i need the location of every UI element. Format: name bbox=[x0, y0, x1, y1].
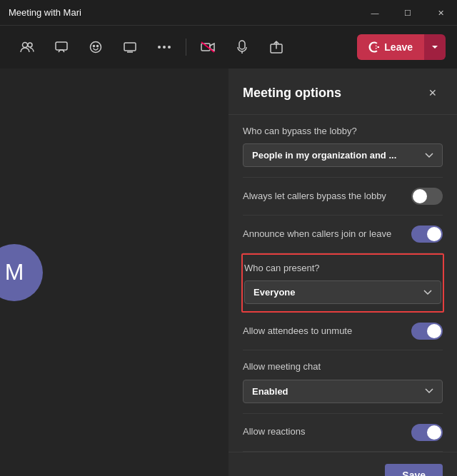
maximize-button[interactable]: ☐ bbox=[391, 0, 424, 26]
announce-callers-toggle[interactable] bbox=[411, 226, 443, 243]
panel-title: Meeting options bbox=[243, 86, 341, 101]
options-panel: Meeting options ✕ Who can bypass the lob… bbox=[228, 69, 457, 476]
chat-button[interactable] bbox=[46, 31, 77, 63]
callers-bypass-toggle-row: Always let callers bypass the lobby bbox=[243, 178, 443, 216]
allow-reactions-toggle[interactable] bbox=[411, 424, 443, 441]
reactions-button[interactable] bbox=[80, 31, 111, 63]
allow-unmute-toggle[interactable] bbox=[411, 323, 443, 340]
allow-reactions-label: Allow reactions bbox=[243, 425, 411, 438]
meeting-chat-section: Allow meeting chat Enabled bbox=[243, 350, 443, 413]
toggle-knob-announce bbox=[427, 227, 441, 241]
allow-unmute-toggle-row: Allow attendees to unmute bbox=[243, 313, 443, 350]
toggle-knob-unmute bbox=[427, 324, 441, 338]
share-screen-button[interactable] bbox=[114, 31, 146, 63]
title-bar: Meeting with Mari — ☐ ✕ bbox=[0, 0, 457, 26]
minimize-button[interactable]: — bbox=[358, 0, 391, 26]
close-panel-button[interactable]: ✕ bbox=[423, 83, 443, 103]
svg-point-10 bbox=[168, 46, 171, 49]
svg-point-8 bbox=[158, 46, 161, 49]
save-row: Save bbox=[228, 452, 457, 476]
meeting-chat-dropdown[interactable]: Enabled bbox=[243, 380, 443, 403]
save-button[interactable]: Save bbox=[385, 464, 443, 476]
leave-button[interactable]: Leave bbox=[357, 34, 424, 60]
svg-point-1 bbox=[28, 43, 32, 47]
announce-callers-toggle-row: Announce when callers join or leave bbox=[243, 216, 443, 253]
toolbar: Leave bbox=[0, 26, 457, 69]
avatar: M bbox=[0, 244, 43, 301]
allow-reactions-toggle-row: Allow reactions bbox=[243, 414, 443, 452]
main-area: M Meeting options ✕ Who can bypass the l… bbox=[0, 69, 457, 476]
lobby-dropdown[interactable]: People in my organization and ... bbox=[243, 143, 443, 167]
svg-point-4 bbox=[94, 46, 95, 47]
svg-point-9 bbox=[163, 46, 166, 49]
panel-content: Who can bypass the lobby? People in my o… bbox=[228, 115, 457, 452]
participants-button[interactable] bbox=[11, 31, 43, 63]
share-button[interactable] bbox=[261, 31, 292, 63]
leave-button-group: Leave bbox=[357, 34, 446, 60]
video-button[interactable] bbox=[192, 31, 224, 63]
close-button[interactable]: ✕ bbox=[424, 0, 457, 26]
who-present-section: Who can present? Everyone bbox=[241, 253, 444, 313]
allow-unmute-label: Allow attendees to unmute bbox=[243, 325, 411, 338]
svg-rect-6 bbox=[124, 43, 136, 51]
separator bbox=[186, 39, 186, 56]
toggle-knob-reactions bbox=[427, 425, 441, 440]
more-button[interactable] bbox=[149, 31, 180, 63]
svg-rect-13 bbox=[239, 41, 245, 49]
window-title: Meeting with Mari bbox=[9, 7, 81, 18]
who-present-dropdown[interactable]: Everyone bbox=[244, 280, 441, 304]
svg-point-0 bbox=[23, 43, 28, 48]
announce-callers-label: Announce when callers join or leave bbox=[243, 228, 411, 240]
meeting-chat-label: Allow meeting chat bbox=[243, 360, 443, 373]
toggle-knob bbox=[413, 189, 427, 203]
lobby-label: Who can bypass the lobby? bbox=[243, 125, 443, 138]
callers-bypass-label: Always let callers bypass the lobby bbox=[243, 190, 411, 203]
callers-bypass-toggle[interactable] bbox=[411, 188, 443, 205]
who-present-label: Who can present? bbox=[243, 262, 443, 275]
leave-chevron-button[interactable] bbox=[424, 34, 446, 60]
lobby-bypass-section: Who can bypass the lobby? People in my o… bbox=[243, 115, 443, 178]
mic-button[interactable] bbox=[226, 31, 258, 63]
panel-header: Meeting options ✕ bbox=[228, 69, 457, 115]
svg-point-3 bbox=[91, 42, 101, 53]
svg-point-5 bbox=[97, 46, 99, 47]
video-panel: M bbox=[0, 69, 228, 476]
svg-rect-2 bbox=[56, 42, 67, 50]
window-controls: — ☐ ✕ bbox=[358, 0, 457, 26]
